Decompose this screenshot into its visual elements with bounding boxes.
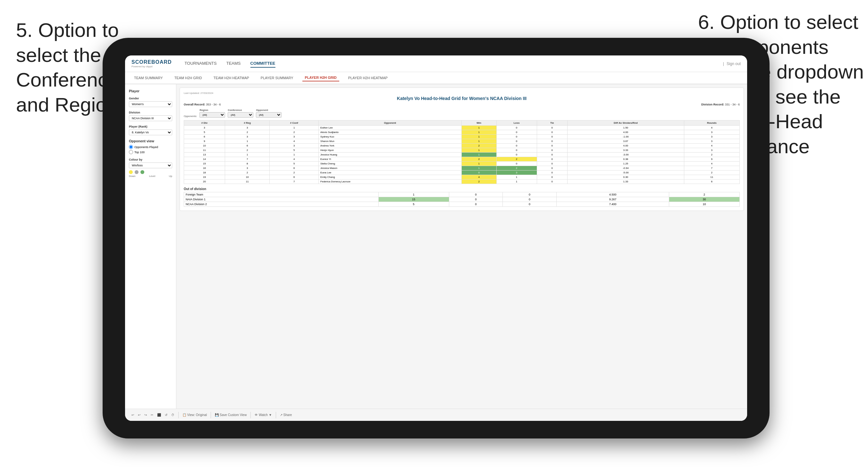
sidebar-opponent-view-title: Opponent view bbox=[129, 139, 172, 143]
cell-team: NCAA Division 2 bbox=[184, 202, 379, 207]
table-row: NAIA Division 1 15 0 0 9.267 30 bbox=[184, 197, 740, 202]
record-row: Overall Record: 353 - 34 - 6 Division Re… bbox=[184, 103, 740, 106]
radio-opponents-played-label: Opponents Played bbox=[134, 146, 158, 149]
table-row: 10 6 3 Andrea York 2 0 0 4.00 4 bbox=[184, 144, 740, 148]
cell-diff: -1.00 bbox=[567, 135, 684, 139]
cell-conf: 1 bbox=[270, 126, 319, 130]
radio-opponents-played[interactable]: Opponents Played bbox=[129, 145, 172, 149]
cell-reg: 11 bbox=[225, 180, 270, 184]
cell-opponent: Euna Lee bbox=[319, 170, 462, 175]
cell-reg: 8 bbox=[225, 161, 270, 166]
radio-top100[interactable]: Top 100 bbox=[129, 150, 172, 154]
cell-reg: 1 bbox=[225, 153, 270, 157]
division-select[interactable]: NCAA Division III bbox=[129, 115, 172, 121]
toolbar-redo[interactable]: ↪ bbox=[144, 413, 147, 417]
toolbar-view-original[interactable]: 📋 View: Original bbox=[182, 413, 207, 417]
subnav-player-h2h-heatmap[interactable]: PLAYER H2H HEATMAP bbox=[346, 75, 390, 81]
filter-region-group: Region (All) bbox=[199, 108, 225, 118]
cell-diff: 0.38 bbox=[567, 157, 684, 161]
cell-team: NAIA Division 1 bbox=[184, 197, 379, 202]
colour-by-select[interactable]: Win/loss bbox=[129, 162, 172, 168]
subnav-team-h2h-grid[interactable]: TEAM H2H GRID bbox=[172, 75, 205, 81]
logo-sub: Powered by clippd bbox=[131, 65, 172, 68]
col-header-reg: # Reg bbox=[225, 121, 270, 126]
nav-item-tournaments[interactable]: TOURNAMENTS bbox=[185, 60, 217, 68]
toolbar-undo2[interactable]: ↩ bbox=[138, 413, 141, 417]
cell-team: Foreign Team bbox=[184, 192, 379, 197]
col-header-tie: Tie bbox=[537, 121, 567, 126]
cell-win: 2 bbox=[461, 144, 496, 148]
subnav-team-summary[interactable]: TEAM SUMMARY bbox=[131, 75, 165, 81]
player-rank-select[interactable]: 8. Katelyn Vo bbox=[129, 129, 172, 135]
cell-rounds: 3 bbox=[684, 130, 739, 135]
out-of-division-header: Out of division bbox=[184, 187, 740, 191]
filter-opponent-label: Opponent bbox=[256, 108, 282, 112]
cell-div: 11 bbox=[184, 148, 225, 153]
table-row: 11 2 5 Heejo Hyun 1 0 0 3.33 3 bbox=[184, 148, 740, 153]
table-row: 16 3 6 Jessica Mason 1 2 0 -0.94 7 bbox=[184, 166, 740, 170]
toolbar-share[interactable]: ↗ Share bbox=[280, 413, 292, 417]
cell-rounds: 9 bbox=[684, 157, 739, 161]
legend-labels: Down Level Up bbox=[129, 175, 172, 178]
grid-area: Last Updated: 27/03/2024 Katelyn Vo Head… bbox=[176, 84, 747, 409]
nav-item-teams[interactable]: TEAMS bbox=[226, 60, 241, 68]
cell-tie: 0 bbox=[537, 148, 567, 153]
last-updated: Last Updated: 27/03/2024 bbox=[184, 92, 740, 95]
cell-reg: 3 bbox=[225, 135, 270, 139]
sidebar-division-section: Division NCAA Division III bbox=[129, 111, 172, 121]
sign-out-link[interactable]: Sign out bbox=[726, 62, 741, 66]
nav-item-committee[interactable]: COMMITTEE bbox=[250, 60, 275, 68]
cell-tie: 0 bbox=[503, 192, 557, 197]
cell-loss: 0 bbox=[449, 202, 503, 207]
cell-rounds: 3 bbox=[684, 148, 739, 153]
logo-area: SCOREBOARD Powered by clippd bbox=[131, 59, 172, 68]
cell-diff: 4.500 bbox=[556, 192, 669, 197]
opponent-filter-select[interactable]: (All) bbox=[256, 112, 282, 118]
overall-record-value: 353 - 34 - 6 bbox=[206, 103, 221, 106]
toolbar-timer[interactable]: ⏱ bbox=[171, 413, 175, 417]
division-record: Division Record: 331 - 34 - 6 bbox=[701, 103, 740, 106]
legend-circle-up bbox=[141, 170, 144, 174]
nav-right: | Sign out bbox=[723, 62, 741, 66]
cell-loss: 3 bbox=[496, 170, 537, 175]
cell-opponent: Andrea York bbox=[319, 144, 462, 148]
table-row: 20 11 7 Federica Domecq Lacroze 2 1 0 1.… bbox=[184, 180, 740, 184]
table-row: Foreign Team 1 0 0 4.500 2 bbox=[184, 192, 740, 197]
cell-reg: 3 bbox=[225, 166, 270, 170]
cell-div: 20 bbox=[184, 180, 225, 184]
toolbar-copy[interactable]: ⬛ bbox=[157, 413, 161, 417]
cell-win: 1 bbox=[461, 135, 496, 139]
toolbar-undo[interactable]: ↩ bbox=[131, 413, 134, 417]
toolbar-refresh[interactable]: ↺ bbox=[165, 413, 167, 417]
cell-div: 16 bbox=[184, 166, 225, 170]
cell-conf: 6 bbox=[270, 166, 319, 170]
cell-win: 5 bbox=[378, 202, 449, 207]
radio-opponents-played-input[interactable] bbox=[129, 145, 133, 149]
legend-circles bbox=[129, 170, 172, 174]
out-of-division-table: Foreign Team 1 0 0 4.500 2 NAIA Division… bbox=[184, 192, 740, 207]
subnav-team-h2h-heatmap[interactable]: TEAM H2H HEATMAP bbox=[211, 75, 252, 81]
toolbar-save-custom[interactable]: 💾 Save Custom View bbox=[215, 413, 247, 417]
table-row: 5 2 2 Alexis Sudjianto 1 0 0 4.00 3 bbox=[184, 130, 740, 135]
toolbar-watch[interactable]: 👁 Watch ▼ bbox=[255, 413, 272, 417]
sidebar-gender-label: Gender bbox=[129, 97, 172, 100]
col-header-diff: Diff Av Strokes/Rnd bbox=[567, 121, 684, 126]
col-header-conf: # Conf bbox=[270, 121, 319, 126]
cell-tie: 0 bbox=[537, 135, 567, 139]
toolbar-cut[interactable]: ✂ bbox=[151, 413, 153, 417]
cell-rounds: 4 bbox=[684, 144, 739, 148]
radio-top100-input[interactable] bbox=[129, 150, 133, 154]
cell-tie: 0 bbox=[537, 130, 567, 135]
cell-win: 15 bbox=[378, 197, 449, 202]
gender-select[interactable]: Women's bbox=[129, 101, 172, 107]
subnav-player-summary[interactable]: PLAYER SUMMARY bbox=[258, 75, 296, 81]
cell-win: 4 bbox=[461, 175, 496, 180]
cell-loss: 2 bbox=[496, 157, 537, 161]
cell-reg: 3 bbox=[225, 126, 270, 130]
filter-conference-label: Conference bbox=[228, 108, 253, 112]
region-filter-select[interactable]: (All) bbox=[199, 112, 225, 118]
cell-diff: -0.94 bbox=[567, 166, 684, 170]
subnav-player-h2h-grid[interactable]: PLAYER H2H GRID bbox=[302, 74, 339, 82]
cell-loss: 0 bbox=[496, 153, 537, 157]
conference-filter-select[interactable]: (All) bbox=[228, 112, 253, 118]
